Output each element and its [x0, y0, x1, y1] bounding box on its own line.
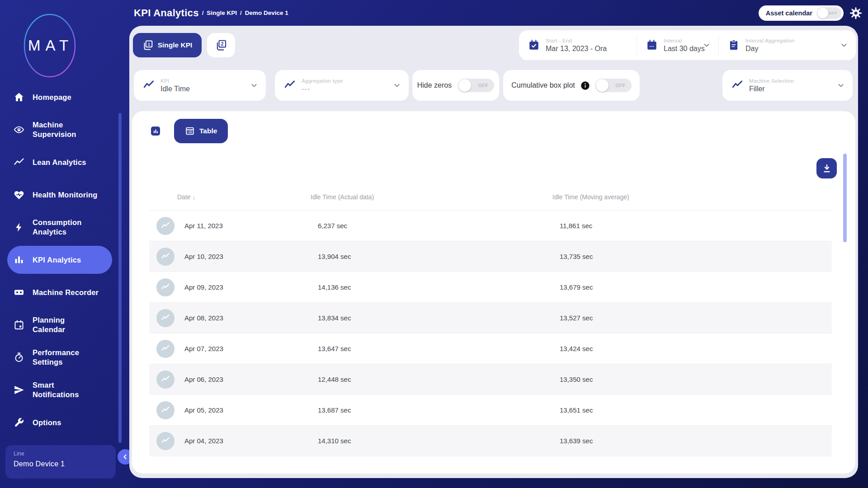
cumulative-box-plot-control: Cumulative box plot OFF: [503, 70, 640, 101]
device-name: Demo Device 1: [14, 460, 108, 468]
interval-select[interactable]: Interval Last 30 days: [637, 30, 718, 60]
machine-selection-label: Machine Selection: [749, 78, 794, 84]
sidebar-item-label: PlanningCalendar: [33, 315, 65, 334]
line-chart-icon: [161, 436, 170, 446]
cell-moving: 13,424 sec: [560, 345, 832, 352]
download-icon: [821, 163, 832, 174]
sidebar-item[interactable]: SmartNotifications: [0, 374, 118, 406]
chevron-left-icon: [121, 452, 130, 461]
sidebar-item[interactable]: KPI Analytics: [0, 244, 118, 276]
cell-date: Apr 07, 2023: [184, 345, 318, 352]
table-scrollbar[interactable]: [843, 154, 847, 242]
date-settings-panel: Start - End Mar 13, 2023 - Ora Interval …: [519, 30, 856, 60]
chevron-down-icon: [702, 41, 711, 50]
column-header-moving[interactable]: Idle Time (Moving average): [552, 193, 832, 201]
device-panel[interactable]: Line Demo Device 1: [5, 445, 116, 479]
sidebar-item-label: Lean Analytics: [33, 158, 86, 167]
sidebar-item-label: KPI Analytics: [33, 255, 81, 265]
sidebar-scrollbar[interactable]: [118, 113, 122, 443]
sidebar-item[interactable]: MachineSupervision: [0, 113, 118, 146]
line-chart-icon: [161, 375, 170, 384]
aggregation-type-select[interactable]: Aggregation type ---: [275, 70, 409, 101]
breadcrumb-section[interactable]: Single KPI: [207, 9, 237, 16]
line-chart-icon: [161, 344, 170, 353]
breadcrumb-device[interactable]: Demo Device 1: [245, 9, 288, 16]
gear-icon[interactable]: [849, 6, 863, 20]
multi-kpi-tab[interactable]: [207, 33, 235, 57]
date-range-field[interactable]: Start - End Mar 13, 2023 - Ora: [519, 30, 637, 60]
bar-chart-icon: [153, 128, 159, 134]
chevron-down-icon: [836, 81, 845, 90]
table-row[interactable]: Apr 08, 2023 13,834 sec 13,527 sec: [149, 303, 832, 333]
row-kpi-avatar: [156, 340, 175, 358]
cell-date: Apr 08, 2023: [184, 314, 318, 322]
toggle-state: OFF: [829, 11, 842, 15]
cell-date: Apr 11, 2023: [184, 222, 318, 230]
cell-date: Apr 09, 2023: [184, 283, 318, 291]
table-row[interactable]: Apr 09, 2023 14,136 sec 13,679 sec: [149, 272, 832, 303]
table-row[interactable]: Apr 07, 2023 13,647 sec 13,424 sec: [149, 333, 832, 364]
interval-aggregation-label: Interval Aggregation: [745, 38, 794, 43]
row-kpi-avatar: [156, 432, 175, 450]
cell-date: Apr 05, 2023: [184, 406, 318, 414]
table-row[interactable]: Apr 04, 2023 14,310 sec 13,639 sec: [149, 426, 832, 456]
bar-chart-icon: [14, 254, 24, 265]
sidebar-item[interactable]: Health Monitoring: [0, 178, 118, 211]
cell-date: Apr 06, 2023: [184, 375, 318, 383]
machine-selection-value: Filler: [749, 85, 794, 93]
machine-selection-select[interactable]: Machine Selection Filler: [722, 70, 853, 101]
cell-moving: 13,735 sec: [560, 253, 832, 260]
cumulative-box-plot-label: Cumulative box plot: [511, 81, 575, 89]
cell-actual: 6,237 sec: [318, 222, 560, 230]
sidebar-item-label: Options: [33, 418, 61, 427]
info-icon[interactable]: [580, 81, 590, 90]
cell-actual: 12,448 sec: [318, 375, 560, 383]
kpi-label: KPI: [160, 78, 190, 84]
asset-calendar-toggle-pill[interactable]: Asset calendar OFF: [759, 5, 844, 21]
wrench-icon: [14, 417, 24, 428]
sidebar-item[interactable]: PlanningCalendar: [0, 309, 118, 341]
table-view-button[interactable]: Table: [174, 119, 228, 143]
sidebar-item[interactable]: Machine Recorder: [0, 276, 118, 309]
multi-kpi-icon: [215, 39, 227, 51]
column-header-actual[interactable]: Idle Time (Actual data): [311, 193, 552, 201]
sidebar-item[interactable]: Lean Analytics: [0, 146, 118, 178]
column-header-date[interactable]: Date↓: [177, 193, 311, 201]
table-row[interactable]: Apr 05, 2023 13,687 sec 13,651 sec: [149, 395, 832, 426]
line-chart-icon: [143, 80, 155, 91]
sidebar-item-label: ConsumptionAnalytics: [33, 218, 82, 237]
cell-actual: 14,136 sec: [318, 283, 560, 291]
asset-calendar-switch[interactable]: OFF: [817, 7, 841, 19]
cumulative-box-plot-switch[interactable]: OFF: [595, 79, 632, 92]
aggregation-type-label: Aggregation type: [302, 78, 343, 84]
line-chart-icon: [161, 221, 170, 230]
download-button[interactable]: [816, 158, 837, 178]
table-view-label: Table: [199, 127, 217, 135]
date-range-value: Mar 13, 2023 - Ora: [546, 45, 607, 53]
kpi-select[interactable]: KPI Idle Time: [134, 70, 266, 101]
sidebar-item[interactable]: ConsumptionAnalytics: [0, 211, 118, 244]
page-title: KPI Analytics: [134, 7, 199, 19]
single-kpi-tab[interactable]: Single KPI: [133, 33, 202, 57]
hide-zeros-switch[interactable]: OFF: [458, 79, 494, 92]
clipboard-icon: [728, 39, 740, 51]
table-row[interactable]: Apr 10, 2023 13,904 sec 13,735 sec: [149, 241, 832, 272]
sidebar-item[interactable]: Homepage: [0, 81, 118, 113]
row-kpi-avatar: [156, 278, 175, 296]
row-kpi-avatar: [156, 401, 175, 419]
sidebar-item[interactable]: PerformanceSettings: [0, 341, 118, 374]
table-row[interactable]: Apr 11, 2023 6,237 sec 11,861 sec: [149, 211, 832, 241]
breadcrumb-separator: /: [240, 9, 242, 16]
sidebar-item-label: PerformanceSettings: [33, 348, 79, 367]
sidebar-item-label: MachineSupervision: [33, 120, 76, 139]
toggle-knob: [458, 79, 471, 92]
chart-view-button[interactable]: [151, 127, 160, 136]
interval-value: Last 30 days: [664, 45, 705, 53]
table-row[interactable]: Apr 06, 2023 12,448 sec 13,350 sec: [149, 364, 832, 395]
cell-moving: 13,639 sec: [560, 437, 832, 445]
line-chart-icon: [161, 283, 170, 292]
logo-text: MAT: [28, 37, 73, 54]
line-chart-icon: [731, 80, 743, 91]
interval-aggregation-select[interactable]: Interval Aggregation Day: [719, 30, 856, 60]
sidebar-item[interactable]: Options: [0, 406, 118, 439]
